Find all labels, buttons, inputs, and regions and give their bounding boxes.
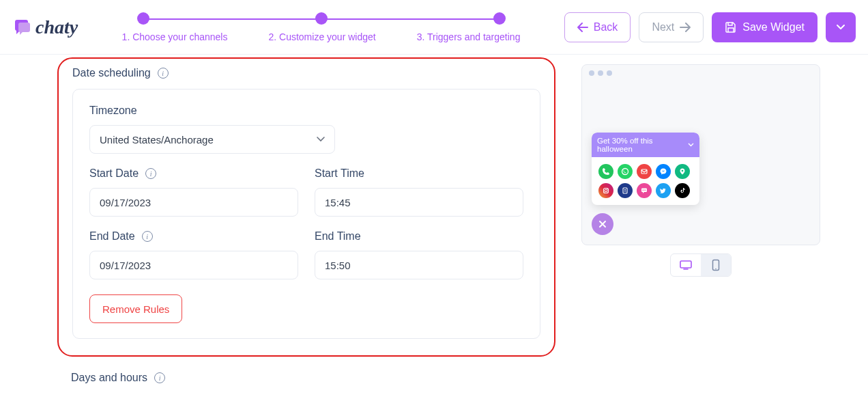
chat-widget-preview: Get 30% off this halloween xyxy=(592,133,699,235)
wizard-steps: 1. Choose your channels 2. Customize you… xyxy=(78,12,564,42)
contact-icon[interactable] xyxy=(618,183,633,198)
map-pin-icon[interactable] xyxy=(675,164,690,179)
scheduling-card: Timezone United States/Anchorage Start D… xyxy=(72,89,540,339)
channel-icons xyxy=(592,157,699,200)
widget-header: Get 30% off this halloween xyxy=(592,133,699,157)
promo-text: Get 30% off this halloween xyxy=(597,137,688,153)
logo-text: chaty xyxy=(35,16,78,38)
logo-icon xyxy=(12,17,33,38)
start-date-label: Start Date xyxy=(89,167,139,180)
back-button[interactable]: Back xyxy=(564,12,631,42)
close-widget-button[interactable] xyxy=(592,213,613,235)
svg-point-5 xyxy=(607,189,608,189)
svg-point-14 xyxy=(715,269,717,270)
svg-point-0 xyxy=(622,169,628,175)
app-header: chaty 1. Choose your channels 2. Customi… xyxy=(0,0,868,55)
end-date-label: End Date xyxy=(89,230,135,243)
chevron-down-icon xyxy=(317,137,325,142)
end-date-input[interactable]: 09/17/2023 xyxy=(89,251,298,279)
step-dot-1[interactable] xyxy=(137,12,149,25)
days-hours-title: Days and hours xyxy=(71,372,147,384)
header-actions: Back Next Save Widget xyxy=(564,12,856,42)
save-icon xyxy=(725,21,737,33)
step-dot-3[interactable] xyxy=(493,12,506,25)
step-label-1[interactable]: 1. Choose your channels xyxy=(122,31,228,42)
arrow-right-icon xyxy=(680,23,691,32)
close-icon xyxy=(598,219,607,229)
start-date-value: 09/17/2023 xyxy=(100,197,151,208)
start-time-input[interactable]: 15:45 xyxy=(315,188,523,217)
twitter-icon[interactable] xyxy=(656,183,671,198)
end-time-input[interactable]: 15:50 xyxy=(315,251,523,279)
svg-point-4 xyxy=(605,189,607,192)
end-time-value: 15:50 xyxy=(325,260,351,271)
svg-point-11 xyxy=(645,190,646,191)
svg-point-7 xyxy=(624,189,626,191)
preview-column: Get 30% off this halloween xyxy=(581,55,868,399)
browser-dots-icon xyxy=(589,70,813,76)
start-time-label: Start Time xyxy=(315,167,523,180)
next-button-label: Next xyxy=(652,21,674,33)
phone-icon[interactable] xyxy=(598,164,613,179)
email-icon[interactable] xyxy=(637,164,652,179)
timezone-select[interactable]: United States/Anchorage xyxy=(89,125,335,154)
step-dot-2[interactable] xyxy=(315,12,328,25)
info-icon[interactable]: i xyxy=(154,372,165,383)
save-widget-button[interactable]: Save Widget xyxy=(712,12,818,42)
desktop-view-button[interactable] xyxy=(671,254,701,276)
messenger-icon[interactable] xyxy=(656,164,671,179)
whatsapp-icon[interactable] xyxy=(618,164,633,179)
svg-point-10 xyxy=(643,190,644,191)
timezone-label: Timezone xyxy=(89,105,523,117)
page-content: Date scheduling i Timezone United States… xyxy=(0,55,868,399)
mobile-view-button[interactable] xyxy=(701,254,731,276)
date-scheduling-title: Date scheduling xyxy=(72,67,151,79)
timezone-value: United States/Anchorage xyxy=(100,134,214,146)
svg-point-2 xyxy=(682,170,684,172)
svg-point-9 xyxy=(642,190,643,191)
save-dropdown-button[interactable] xyxy=(826,12,856,42)
arrow-left-icon xyxy=(577,23,588,32)
sms-icon[interactable] xyxy=(637,183,652,198)
svg-rect-1 xyxy=(641,169,647,174)
info-icon[interactable]: i xyxy=(158,68,169,79)
end-time-label: End Time xyxy=(315,230,523,243)
info-icon[interactable]: i xyxy=(145,168,156,179)
date-scheduling-section: Date scheduling i Timezone United States… xyxy=(57,57,555,357)
end-date-value: 09/17/2023 xyxy=(100,260,151,271)
step-label-2[interactable]: 2. Customize your widget xyxy=(268,31,375,42)
instagram-icon[interactable] xyxy=(598,183,613,198)
remove-rules-button[interactable]: Remove Rules xyxy=(89,294,182,323)
svg-rect-12 xyxy=(680,261,691,268)
start-date-input[interactable]: 09/17/2023 xyxy=(89,188,298,217)
start-time-value: 15:45 xyxy=(325,197,351,208)
chevron-down-icon xyxy=(688,143,694,147)
remove-rules-label: Remove Rules xyxy=(102,303,169,315)
chevron-down-icon xyxy=(836,24,845,31)
preview-panel: Get 30% off this halloween xyxy=(581,64,820,245)
info-icon[interactable]: i xyxy=(142,231,153,242)
save-button-label: Save Widget xyxy=(742,21,805,33)
device-toggle xyxy=(670,253,732,277)
step-label-3[interactable]: 3. Triggers and targeting xyxy=(417,31,521,42)
main-column: Date scheduling i Timezone United States… xyxy=(57,55,581,399)
days-hours-section: Days and hours i Add Rule xyxy=(57,372,581,399)
tiktok-icon[interactable] xyxy=(675,183,690,198)
logo: chaty xyxy=(12,16,78,38)
next-button: Next xyxy=(639,12,704,42)
back-button-label: Back xyxy=(594,21,618,33)
